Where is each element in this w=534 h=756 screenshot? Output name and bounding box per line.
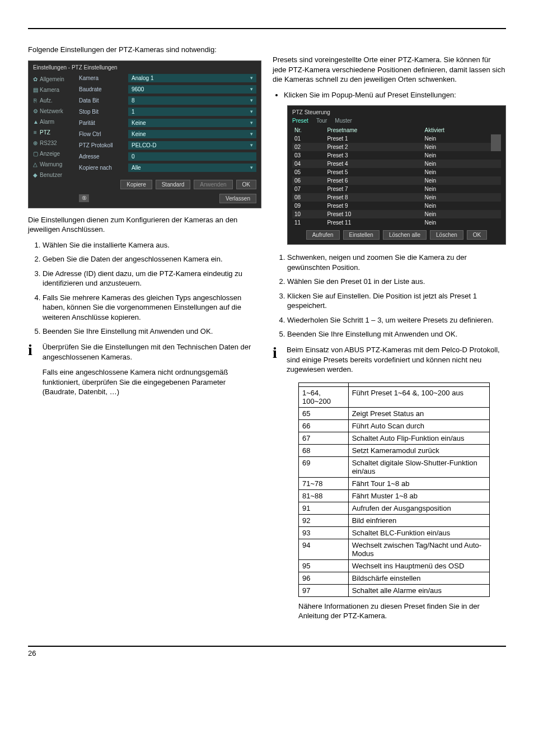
preset-row[interactable]: 04Preset 4Nein: [292, 160, 501, 168]
preset-löschen-button[interactable]: Löschen: [430, 230, 463, 240]
left-info-2: Falls eine angeschlossene Kamera nicht o…: [43, 367, 261, 397]
left-step-2: Geben Sie die Daten der angeschlossenen …: [43, 254, 261, 264]
page-footer: 26: [28, 646, 506, 657]
form-row-parität: ParitätKeine▾: [79, 119, 256, 127]
sidebar-label: RS232: [40, 140, 57, 146]
preset-header: Nr.: [292, 126, 325, 134]
form-row-stop-bit: Stop Bit1▾: [79, 108, 256, 116]
form-row-adresse: Adresse0: [79, 152, 256, 161]
preset-func-row: 92Bild einfrieren: [299, 514, 490, 526]
preset-row[interactable]: 07Preset 7Nein: [292, 185, 501, 193]
page-number: 26: [28, 649, 36, 657]
right-bullet: Klicken Sie im Popup-Menü auf Preset Ein…: [284, 90, 506, 100]
form-label: Data Bit: [79, 97, 128, 104]
form-value[interactable]: Alle▾: [128, 164, 256, 172]
preset-func-row: 97Schaltet alle Alarme ein/aus: [299, 584, 490, 596]
sidebar-item-ptz[interactable]: ≡PTZ: [33, 127, 73, 138]
sidebar-item-benutzer[interactable]: ◆Benutzer: [33, 170, 73, 180]
sidebar-item-alarm[interactable]: ▲Alarm: [33, 116, 73, 127]
sidebar-label: Aufz.: [40, 97, 53, 104]
preset-func-row: 1~64, 100~200Führt Preset 1~64 &, 100~20…: [299, 386, 490, 407]
preset-row[interactable]: 05Preset 5Nein: [292, 168, 501, 176]
form-row-kamera: KameraAnalog 1▾: [79, 74, 256, 82]
left-info-1: Überprüfen Sie die Einstellungen mit den…: [43, 342, 261, 362]
preset-header: Presetname: [325, 126, 422, 134]
sidebar-item-anzeige[interactable]: ▢Anzeige: [33, 148, 73, 159]
settings-dialog-title: Einstellungen - PTZ Einstellungen: [33, 64, 256, 71]
sidebar-icon: ⚙: [33, 108, 38, 114]
right-step-2: Wählen Sie den Preset 01 in der Liste au…: [287, 277, 506, 287]
preset-dialog-title: PTZ Steuerung: [292, 109, 501, 115]
preset-row[interactable]: 10Preset 10Nein: [292, 210, 501, 218]
preset-func-row: 65Zeigt Preset Status an: [299, 407, 490, 419]
preset-einstellen-button[interactable]: Einstellen: [343, 230, 380, 240]
preset-func-row: 66Führt Auto Scan durch: [299, 419, 490, 432]
preset-row[interactable]: 09Preset 9Nein: [292, 202, 501, 210]
form-value[interactable]: Keine▾: [128, 130, 256, 138]
preset-func-row: 91Aufrufen der Ausgangsposition: [299, 502, 490, 514]
preset-func-row: 71~78Fährt Tour 1~8 ab: [299, 477, 490, 489]
standard-button[interactable]: Standard: [156, 180, 191, 189]
preset-func-row: 94Wechselt zwischen Tag/Nacht und Auto-M…: [299, 539, 490, 559]
right-step-3: Klicken Sie auf Einstellen. Die Position…: [287, 291, 506, 311]
preset-row[interactable]: 08Preset 8Nein: [292, 193, 501, 202]
sidebar-icon: ▢: [33, 151, 38, 157]
form-label: Baudrate: [79, 86, 128, 92]
sidebar-item-netzwerk[interactable]: ⚙Netzwerk: [33, 106, 73, 116]
sidebar-label: Anzeige: [40, 151, 60, 157]
preset-row[interactable]: 01Preset 1Nein: [292, 134, 501, 143]
form-value[interactable]: 9600▾: [128, 85, 256, 94]
sidebar-item-aufz.[interactable]: ⎘Aufz.: [33, 95, 73, 106]
live-icon[interactable]: ⦿: [79, 194, 89, 202]
chevron-down-icon: ▾: [250, 120, 253, 125]
preset-tab-muster[interactable]: Muster: [335, 118, 352, 124]
form-value[interactable]: PELCO-D▾: [128, 141, 256, 150]
preset-löschen-alle-button[interactable]: Löschen alle: [383, 230, 427, 240]
ok-button[interactable]: OK: [236, 180, 256, 189]
right-step-1: Schwenken, neigen und zoomen Sie die Kam…: [287, 253, 506, 272]
chevron-down-icon: ▾: [250, 75, 253, 81]
anwenden-button[interactable]: Anwenden: [194, 180, 232, 189]
right-step-5: Beenden Sie Ihre Einstellung mit Anwende…: [287, 329, 506, 339]
sidebar-label: Kamera: [40, 87, 59, 93]
preset-func-row: 68Setzt Kameramodul zurück: [299, 444, 490, 456]
form-value[interactable]: 1▾: [128, 108, 256, 116]
left-intro: Folgende Einstellungen der PTZ-Kameras s…: [28, 45, 261, 55]
preset-table: Nr.PresetnameAktiviert01Preset 1Nein02Pr…: [292, 126, 501, 227]
sidebar-item-allgemein[interactable]: ✿Allgemein: [33, 74, 73, 85]
preset-func-row: 93Schaltet BLC-Funktion ein/aus: [299, 526, 490, 539]
left-after-dialog-text: Die Einstellungen dienen zum Konfigurier…: [28, 215, 261, 235]
sidebar-label: Benutzer: [40, 172, 62, 178]
sidebar-item-rs232[interactable]: ⊕RS232: [33, 138, 73, 148]
left-step-5: Beenden Sie Ihre Einstellung mit Anwende…: [43, 326, 261, 337]
preset-ok-button[interactable]: OK: [467, 230, 487, 240]
sidebar-icon: ≡: [33, 129, 38, 136]
form-row-data-bit: Data Bit8▾: [79, 96, 256, 105]
info-icon: i: [28, 342, 35, 403]
sidebar-item-kamera[interactable]: ▤Kamera: [33, 85, 73, 95]
preset-aufrufen-button[interactable]: Aufrufen: [306, 230, 340, 240]
sidebar-item-warnung[interactable]: △Warnung: [33, 159, 73, 170]
sidebar-icon: ⎘: [33, 97, 38, 104]
preset-tab-preset[interactable]: Preset: [292, 118, 308, 124]
chevron-down-icon: ▾: [250, 142, 253, 148]
preset-row[interactable]: 03Preset 3Nein: [292, 151, 501, 160]
form-row-flow-ctrl: Flow CtrlKeine▾: [79, 130, 256, 138]
chevron-down-icon: ▾: [250, 131, 253, 137]
chevron-down-icon: ▾: [250, 97, 253, 103]
sidebar-icon: ▤: [33, 87, 38, 93]
preset-row[interactable]: 02Preset 2Nein: [292, 143, 501, 151]
form-value[interactable]: 8▾: [128, 96, 256, 105]
kopiere-button[interactable]: Kopiere: [120, 180, 152, 189]
left-steps-list: Wählen Sie die installierte Kamera aus.G…: [28, 240, 261, 337]
verlassen-button[interactable]: Verlassen: [219, 194, 256, 203]
preset-row[interactable]: 06Preset 6Nein: [292, 176, 501, 185]
form-value[interactable]: Keine▾: [128, 119, 256, 127]
form-value[interactable]: 0: [128, 152, 256, 161]
sidebar-icon: ▲: [33, 119, 38, 125]
settings-form: KameraAnalog 1▾Baudrate9600▾Data Bit8▾St…: [79, 74, 256, 203]
form-label: PTZ Protokoll: [79, 142, 128, 148]
preset-tab-tour[interactable]: Tour: [316, 118, 327, 124]
preset-row[interactable]: 11Preset 11Nein: [292, 218, 501, 227]
form-value[interactable]: Analog 1▾: [128, 74, 256, 82]
